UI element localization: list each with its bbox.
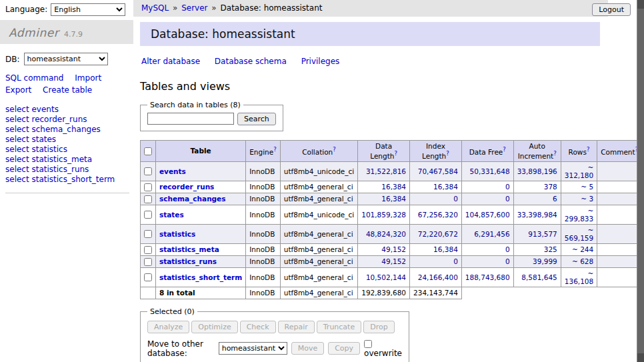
help-question-link[interactable]: ? [587, 146, 590, 153]
rows-count-link[interactable]: ~ 5 [581, 183, 593, 191]
engine-cell: InnoDB [246, 243, 281, 255]
total-label-cell: 8 in total [156, 287, 246, 299]
select-all-checkbox[interactable] [144, 147, 152, 155]
row-checkbox[interactable] [144, 211, 152, 219]
search-input[interactable] [147, 113, 234, 125]
total-collation-cell: utf8mb4_general_ci [280, 287, 357, 299]
column-header-index-length: Index Length? [410, 141, 462, 162]
row-checkbox[interactable] [144, 230, 152, 238]
rows-count-link[interactable]: ~ 628 [572, 257, 593, 265]
help-question-link[interactable]: ? [394, 150, 397, 157]
index-length-cell: 0 [410, 255, 462, 267]
table-link-statistics[interactable]: statistics [159, 230, 195, 238]
rows-cell: ~ 628 [561, 255, 597, 267]
sidebar-item-select-statistics-short-term[interactable]: select statistics_short_term [5, 175, 129, 184]
table-link-statistics-runs[interactable]: statistics_runs [159, 257, 217, 265]
sidebar-item-select-statistics-runs[interactable]: select statistics_runs [5, 165, 129, 174]
rows-cell: ~ 312,180 [561, 161, 597, 181]
breadcrumb-link-mysql[interactable]: MySQL [141, 3, 169, 13]
help-question-link[interactable]: ? [553, 150, 557, 157]
comment-cell [597, 181, 642, 193]
rows-count-link[interactable]: ~ 312,180 [565, 163, 593, 179]
move-db-select[interactable]: homeassistant [219, 342, 287, 355]
optimize-button[interactable]: Optimize [191, 321, 237, 333]
breadcrumb-current: Database: homeassistant [221, 3, 323, 13]
sidebar-item-select-recorder-runs[interactable]: select recorder_runs [5, 115, 129, 124]
action-link-database-schema[interactable]: Database schema [215, 57, 287, 66]
sidebar-link-create-table[interactable]: Create table [43, 85, 92, 95]
row-checkbox[interactable] [144, 258, 152, 266]
logout-button[interactable]: Logout [592, 3, 631, 16]
table-link-states[interactable]: states [159, 211, 184, 219]
table-link-statistics-short-term[interactable]: statistics_short_term [159, 273, 242, 281]
copy-button[interactable]: Copy [328, 342, 360, 355]
engine-cell: InnoDB [246, 205, 281, 224]
data-length-cell: 48,824,320 [358, 224, 410, 243]
search-button[interactable]: Search [237, 113, 276, 125]
table-link-recorder-runs[interactable]: recorder_runs [159, 183, 214, 191]
vertical-scrollbar[interactable] [637, 0, 644, 362]
overwrite-label[interactable]: overwrite [364, 349, 402, 358]
help-question-link[interactable]: ? [273, 146, 277, 153]
repair-button[interactable]: Repair [278, 321, 315, 333]
column-header-data-free: Data Free? [461, 141, 513, 162]
help-question-link[interactable]: ? [503, 146, 506, 153]
overwrite-checkbox[interactable] [364, 340, 372, 348]
data-free-cell: 188,743,680 [461, 267, 513, 287]
tables-list: TableEngine?Collation?Data Length?Index … [140, 140, 642, 299]
drop-button[interactable]: Drop [363, 321, 394, 333]
rows-cell: ~ 569,159 [561, 224, 597, 243]
index-length-cell: 16,384 [410, 181, 462, 193]
action-link-privileges[interactable]: Privileges [301, 57, 340, 66]
truncate-button[interactable]: Truncate [317, 321, 361, 333]
table-link-statistics-meta[interactable]: statistics_meta [159, 245, 219, 253]
language-select[interactable]: English [51, 3, 125, 16]
action-link-alter-database[interactable]: Alter database [141, 57, 200, 66]
row-checkbox-cell [141, 267, 156, 287]
table-link-events[interactable]: events [159, 167, 186, 175]
column-label: Comment [601, 148, 635, 156]
row-checkbox-cell [141, 161, 156, 181]
breadcrumb-link-server[interactable]: Server [181, 3, 207, 13]
tables-list-header: TableEngine?Collation?Data Length?Index … [141, 141, 642, 162]
analyze-button[interactable]: Analyze [147, 321, 189, 333]
breadcrumb: MySQL » Server » Database: homeassistant [133, 0, 608, 17]
row-checkbox[interactable] [144, 167, 152, 175]
move-button[interactable]: Move [291, 342, 325, 355]
rows-count-link[interactable]: ~ 3 [581, 195, 593, 203]
sidebar-link-import[interactable]: Import [75, 73, 101, 83]
row-checkbox[interactable] [144, 195, 152, 203]
auto-increment-cell: 39,999 [513, 255, 561, 267]
table-row-recorder-runs: recorder_runsInnoDButf8mb4_general_ci16,… [141, 181, 642, 193]
check-button[interactable]: Check [240, 321, 276, 333]
sidebar-link-sql-command[interactable]: SQL command [5, 73, 63, 83]
help-question-link[interactable]: ? [333, 146, 336, 153]
table-name-cell: statistics [156, 224, 246, 243]
rows-count-link[interactable]: ~ 244 [572, 245, 593, 253]
column-label: Collation [302, 148, 333, 156]
sidebar-item-select-states[interactable]: select states [5, 135, 129, 144]
comment-cell [597, 267, 642, 287]
row-checkbox[interactable] [144, 183, 152, 191]
sidebar-item-select-events[interactable]: select events [5, 105, 129, 114]
row-checkbox[interactable] [144, 273, 152, 281]
sidebar-item-select-statistics-meta[interactable]: select statistics_meta [5, 155, 129, 164]
row-checkbox[interactable] [144, 246, 152, 254]
rows-count-link[interactable]: ~ 136,108 [565, 269, 593, 285]
sidebar-item-select-statistics[interactable]: select statistics [5, 145, 129, 154]
row-checkbox-cell [141, 243, 156, 255]
help-sup: ? [587, 146, 590, 153]
sidebar-link-export[interactable]: Export [5, 85, 31, 95]
data-length-cell: 16,384 [358, 193, 410, 205]
db-select[interactable]: homeassistant [24, 53, 108, 65]
help-question-link[interactable]: ? [446, 150, 449, 157]
rows-count-link[interactable]: ~ 569,159 [565, 226, 593, 242]
table-link-schema-changes[interactable]: schema_changes [159, 195, 226, 203]
rows-count-link[interactable]: ~ 299,833 [565, 207, 593, 223]
sidebar-item-select-schema-changes[interactable]: select schema_changes [5, 125, 129, 134]
comment-cell [597, 161, 642, 181]
data-length-cell: 10,502,144 [358, 267, 410, 287]
collation-cell: utf8mb4_general_ci [280, 181, 357, 193]
table-name-cell: states [156, 205, 246, 224]
sidebar-links: SQL command Import Export Create table [5, 72, 120, 96]
